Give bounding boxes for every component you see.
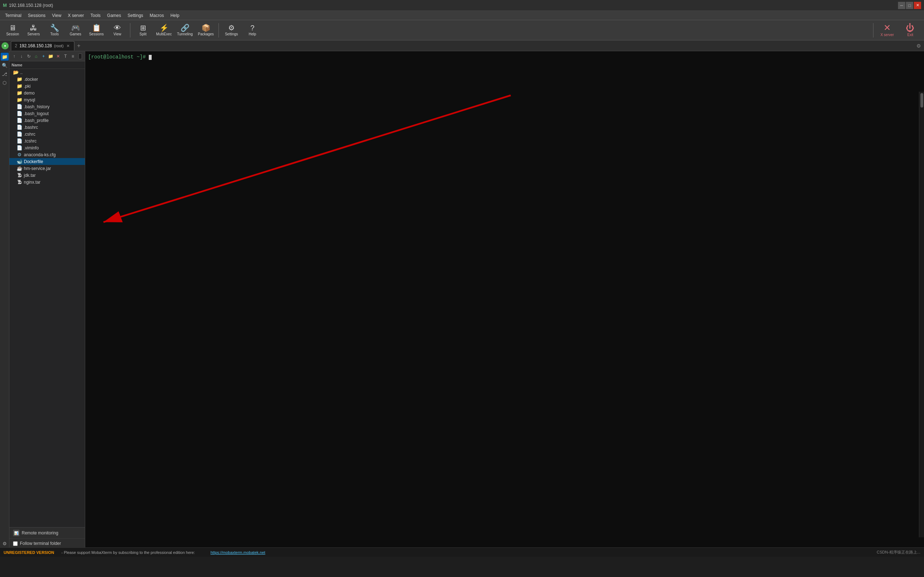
menu-macros[interactable]: Macros: [147, 12, 167, 19]
toolbar-settings[interactable]: ⚙ Settings: [222, 21, 241, 39]
explorer-header: Name: [10, 61, 85, 69]
tab-close-button[interactable]: ✕: [66, 44, 70, 48]
file-name: jdk.tar: [24, 173, 36, 178]
folder-icon: 📁: [17, 97, 23, 103]
file-name: mysql: [24, 97, 35, 103]
toolbar-xserver[interactable]: ✕ X server: [876, 21, 898, 39]
explorer-newfolder-btn[interactable]: 📁: [48, 53, 54, 60]
toolbar-exit[interactable]: ⏻ Exit: [900, 21, 921, 39]
explorer-home-btn[interactable]: ⌂: [33, 53, 39, 60]
sidebar-search-icon[interactable]: 🔍: [1, 61, 9, 69]
menu-help[interactable]: Help: [168, 12, 183, 19]
file-item-demo[interactable]: 📁 demo: [10, 90, 85, 96]
file-item-bash-history[interactable]: 📄 .bash_history: [10, 103, 85, 110]
menu-sessions[interactable]: Sessions: [25, 12, 48, 19]
explorer-refresh-btn[interactable]: ↻: [26, 53, 32, 60]
file-item-anaconda-cfg[interactable]: ⚙ anaconda-ks.cfg: [10, 151, 85, 158]
toolbar: 🖥 Session 🖧 Servers 🔧 Tools 🎮 Games 📋 Se…: [0, 20, 924, 40]
xserver-icon: ✕: [884, 23, 891, 32]
file-name: nginx.tar: [24, 180, 40, 185]
file-item-jdk-tar[interactable]: 🗜 jdk.tar: [10, 172, 85, 179]
toolbar-split[interactable]: ⊞ Split: [133, 21, 153, 39]
file-icon: 📄: [17, 124, 23, 130]
file-icon: 📄: [17, 104, 23, 110]
tab-terminal[interactable]: 2 192.168.150.128 (root) ✕: [11, 41, 74, 50]
toolbar-view[interactable]: 👁 View: [108, 21, 127, 39]
path-input[interactable]: [78, 53, 82, 59]
minimize-button[interactable]: ─: [898, 2, 905, 9]
file-item-bash-logout[interactable]: 📄 .bash_logout: [10, 110, 85, 117]
terminal-area[interactable]: [root@localhost ~]#: [85, 51, 924, 547]
maximize-button[interactable]: □: [906, 2, 913, 9]
menu-settings[interactable]: Settings: [124, 12, 146, 19]
annotation-arrow: [85, 51, 924, 547]
menu-view[interactable]: View: [49, 12, 64, 19]
toolbar-sessions[interactable]: 📋 Sessions: [87, 21, 106, 39]
tar-icon: 🗜: [17, 172, 23, 178]
tab-bar: ● 2 192.168.150.128 (root) ✕ + ⚙: [0, 40, 924, 51]
tab-user: (root): [54, 44, 63, 48]
support-link[interactable]: https://mobaxterm.mobatek.net: [210, 550, 265, 554]
file-name: .pki: [24, 84, 31, 89]
explorer-delete-btn[interactable]: ✕: [55, 53, 61, 60]
toolbar-session[interactable]: 🖥 Session: [3, 21, 23, 39]
explorer-rename-btn[interactable]: T: [62, 53, 69, 60]
toolbar-exit-label: Exit: [907, 33, 914, 37]
bottom-panel: 📊 Remote monitoring Follow terminal fold…: [10, 527, 85, 547]
file-item-bash-profile[interactable]: 📄 .bash_profile: [10, 117, 85, 124]
file-item-parent[interactable]: 📂 ..: [10, 69, 85, 76]
jar-icon: ☕: [17, 166, 23, 171]
terminal-prompt: [root@localhost ~]#: [88, 54, 149, 60]
bottom-status-bar: UNREGISTERED VERSION - Please support Mo…: [0, 547, 924, 557]
explorer-download-btn[interactable]: ↓: [18, 53, 24, 60]
toolbar-tunneling[interactable]: 🔗 Tunneling: [175, 21, 195, 39]
toolbar-packages[interactable]: 📦 Packages: [196, 21, 216, 39]
toolbar-multiexec[interactable]: ⚡ MultiExec: [154, 21, 174, 39]
toolbar-help[interactable]: ? Help: [242, 21, 262, 39]
explorer-up-btn[interactable]: ↑: [11, 53, 17, 60]
file-item-pki[interactable]: 📁 .pki: [10, 83, 85, 90]
toolbar-tools[interactable]: 🔧 Tools: [45, 21, 64, 39]
tab-settings-icon[interactable]: ⚙: [914, 42, 922, 50]
file-name: ..: [20, 70, 23, 75]
exit-icon: ⏻: [906, 23, 914, 32]
explorer-path: [78, 53, 82, 59]
file-name: .bash_logout: [24, 111, 49, 116]
close-button[interactable]: ✕: [914, 2, 921, 9]
svg-line-1: [103, 95, 511, 222]
toolbar-games[interactable]: 🎮 Games: [66, 21, 85, 39]
file-item-nginx-tar[interactable]: 🗜 nginx.tar: [10, 179, 85, 185]
menu-bar: Terminal Sessions View X server Tools Ga…: [0, 11, 924, 20]
explorer-view-btn[interactable]: ≡: [70, 53, 76, 60]
follow-folder-checkbox[interactable]: [13, 541, 18, 546]
toolbar-help-label: Help: [249, 32, 256, 36]
terminal-scrollbar[interactable]: [919, 92, 924, 537]
toolbar-view-label: View: [113, 32, 121, 36]
sidebar-explorer-icon[interactable]: 📁: [1, 53, 9, 61]
file-item-tcshrc[interactable]: 📄 .tcshrc: [10, 137, 85, 144]
explorer-column-name: Name: [11, 63, 23, 67]
menu-xserver[interactable]: X server: [65, 12, 87, 19]
file-item-bashrc[interactable]: 📄 .bashrc: [10, 124, 85, 131]
file-list: 📂 .. 📁 .docker 📁 .pki 📁 demo: [10, 69, 85, 527]
toolbar-servers[interactable]: 🖧 Servers: [24, 21, 43, 39]
file-name: .tcshrc: [24, 139, 37, 143]
file-item-viminfo[interactable]: 📄 .viminfo: [10, 144, 85, 151]
menu-terminal[interactable]: Terminal: [2, 12, 24, 19]
explorer-newfile-btn[interactable]: +: [40, 53, 47, 60]
toolbar-packages-label: Packages: [198, 32, 214, 36]
file-item-mysql[interactable]: 📁 mysql: [10, 96, 85, 103]
file-item-hm-jar[interactable]: ☕ hm-service.jar: [10, 165, 85, 172]
new-tab-button[interactable]: +: [74, 42, 83, 50]
sidebar-extensions-icon[interactable]: ⬡: [1, 79, 9, 87]
file-item-cshrc[interactable]: 📄 .cshrc: [10, 131, 85, 137]
toolbar-settings-label: Settings: [225, 32, 238, 36]
file-item-dockerfile[interactable]: 🐋 Dockerfile: [10, 158, 85, 165]
file-name: hm-service.jar: [24, 166, 51, 171]
menu-games[interactable]: Games: [104, 12, 124, 19]
file-item-docker[interactable]: 📁 .docker: [10, 76, 85, 83]
sidebar-git-icon[interactable]: ⎇: [1, 70, 9, 78]
menu-tools[interactable]: Tools: [88, 12, 103, 19]
sidebar-settings-icon[interactable]: ⚙: [1, 540, 9, 547]
session-icon: 🖥: [9, 24, 16, 31]
